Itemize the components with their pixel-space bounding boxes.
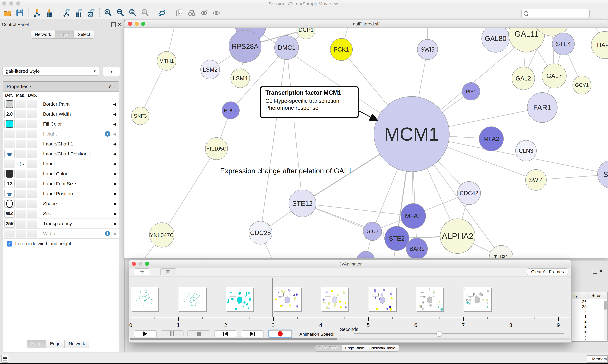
expand-property-icon[interactable]: ◀: [113, 191, 116, 196]
refresh-icon[interactable]: [158, 8, 167, 17]
save-session-icon[interactable]: [15, 8, 24, 17]
pause-button[interactable]: [161, 330, 183, 337]
zoom-selected-icon[interactable]: [141, 8, 150, 17]
add-frame-button[interactable]: +: [134, 268, 150, 275]
search-network-icon[interactable]: [187, 8, 196, 17]
float-panel-icon[interactable]: [593, 269, 597, 274]
property-cell[interactable]: [4, 100, 14, 108]
column-stress[interactable]: Stres: [589, 293, 601, 298]
property-cell[interactable]: [4, 150, 14, 158]
lock-size-checkbox[interactable]: ✓: [7, 241, 12, 247]
table-row[interactable]: 2: [572, 329, 607, 334]
network-window-titlebar[interactable]: galFiltered.sif: [124, 20, 608, 28]
frame-thumbnail-4[interactable]: [321, 287, 348, 311]
horizontal-scrollbar[interactable]: [130, 338, 570, 340]
node-RPS28A[interactable]: RPS28A: [229, 30, 261, 63]
hide-annotations-icon[interactable]: [200, 8, 208, 17]
float-panel-icon[interactable]: [111, 22, 116, 27]
tab-node-table[interactable]: Node Table: [315, 345, 342, 351]
node-MFA1[interactable]: MFA1: [401, 204, 426, 229]
node-SWI5[interactable]: SWI5: [417, 39, 438, 60]
property-cell[interactable]: [27, 210, 37, 218]
node-LSM4[interactable]: LSM4: [231, 69, 250, 88]
expand-property-icon[interactable]: ◀: [113, 181, 116, 186]
frame-thumbnail-0[interactable]: [131, 287, 158, 311]
expand-property-icon[interactable]: ◀: [113, 231, 116, 236]
slider-thumb[interactable]: [437, 331, 442, 337]
show-panels-button[interactable]: [1, 355, 9, 363]
tab-node-style[interactable]: Node: [27, 340, 46, 348]
skip-to-end-button[interactable]: [241, 330, 264, 337]
tab-edge-table[interactable]: Edge Table: [342, 345, 368, 351]
style-selector[interactable]: galFiltered Style ▾: [2, 66, 99, 76]
zoom-in-icon[interactable]: [104, 8, 112, 17]
import-table-icon[interactable]: [45, 8, 54, 17]
node-GCY1[interactable]: GCY1: [573, 76, 591, 94]
node-ALPHA2[interactable]: ALPHA2: [440, 219, 475, 253]
table-row[interactable]: 1: [572, 314, 607, 319]
node-FAR1[interactable]: FAR1: [527, 92, 557, 123]
expand-property-icon[interactable]: ◀: [113, 211, 116, 216]
property-cell[interactable]: [4, 130, 14, 138]
property-row-shape[interactable]: Shape◀: [3, 199, 119, 209]
property-cell[interactable]: [16, 200, 26, 208]
canvas-caption[interactable]: Expression change after deletion of GAL1: [220, 167, 352, 175]
property-cell[interactable]: [27, 170, 37, 178]
column-ity[interactable]: ity: [573, 293, 589, 298]
property-cell[interactable]: [27, 220, 37, 228]
table-row[interactable]: 26: [572, 299, 607, 304]
table-row[interactable]: 2: [572, 319, 607, 324]
zoom-fit-icon[interactable]: [128, 8, 137, 17]
property-cell[interactable]: [16, 230, 26, 237]
node-DCP1[interactable]: DCP1: [297, 28, 315, 39]
property-row-label-font-size[interactable]: 12Label Font Size◀: [3, 179, 119, 189]
collapse-all-icon[interactable]: «: [111, 85, 117, 88]
style-options-button[interactable]: ▾: [103, 66, 120, 76]
scrollbar-thumb[interactable]: [604, 300, 607, 310]
table-row[interactable]: 2: [572, 309, 607, 314]
close-panel-icon[interactable]: ×: [118, 21, 121, 27]
frame-thumbnail-1[interactable]: [178, 287, 206, 311]
property-cell[interactable]: 12: [4, 180, 14, 188]
property-cell[interactable]: [27, 180, 37, 188]
property-cell[interactable]: 2.0: [4, 110, 14, 118]
property-row-transparency[interactable]: 255Transparency◀: [3, 219, 119, 229]
show-annotations-icon[interactable]: [212, 8, 221, 17]
node-SLT2[interactable]: SLT2: [597, 160, 608, 189]
property-row-label[interactable]: ⋮›Label◀: [3, 159, 119, 169]
expand-property-icon[interactable]: ◀: [113, 142, 116, 146]
properties-header[interactable]: Properties ▾ » «: [3, 82, 119, 91]
property-cell[interactable]: [16, 120, 26, 128]
property-row-height[interactable]: Heighti◀: [3, 129, 119, 139]
node-HAP2[interactable]: HAP2: [591, 31, 608, 59]
frame-thumbnail-6[interactable]: [416, 287, 443, 311]
property-row-width[interactable]: Widthi◀: [3, 229, 119, 239]
property-cell[interactable]: [4, 160, 14, 168]
property-cell[interactable]: [16, 220, 26, 228]
zoom-out-icon[interactable]: [116, 8, 125, 17]
node-LSM2[interactable]: LSM2: [201, 60, 220, 79]
node-SNF3[interactable]: SNF3: [131, 107, 149, 125]
node-GIC2[interactable]: GIC2: [363, 222, 382, 241]
skip-to-start-button[interactable]: [214, 330, 237, 337]
property-cell[interactable]: [27, 130, 37, 138]
export-image-icon[interactable]: [87, 8, 96, 17]
search-field[interactable]: [521, 9, 590, 18]
property-cell[interactable]: [27, 200, 37, 208]
expand-property-icon[interactable]: ◀: [113, 152, 116, 156]
tab-network[interactable]: Network: [31, 30, 55, 39]
table-header[interactable]: ity Stres: [572, 292, 607, 299]
property-cell[interactable]: [4, 120, 14, 128]
property-row-label-position[interactable]: Label Position◀: [3, 189, 119, 199]
property-row-image-chart-position-1[interactable]: Image/Chart Position 1◀: [3, 149, 119, 159]
network-canvas[interactable]: DCP1RPS28ADMC1PCK1MTH1LSM2LSM4SNF3PDC5YI…: [124, 28, 608, 258]
property-cell[interactable]: [4, 140, 14, 148]
property-row-border-paint[interactable]: Border Paint◀: [3, 99, 119, 109]
node-TUP1[interactable]: TUP1: [489, 246, 513, 258]
property-row-label-color[interactable]: Label Color◀: [3, 169, 119, 179]
property-cell[interactable]: [16, 100, 26, 108]
tab-edge-style[interactable]: Edge: [46, 340, 65, 348]
property-row-image-chart-1[interactable]: Image/Chart 1◀: [3, 139, 119, 149]
node-MFA2[interactable]: MFA2: [479, 127, 503, 151]
property-row-size[interactable]: 50.0Size◀: [3, 209, 119, 219]
